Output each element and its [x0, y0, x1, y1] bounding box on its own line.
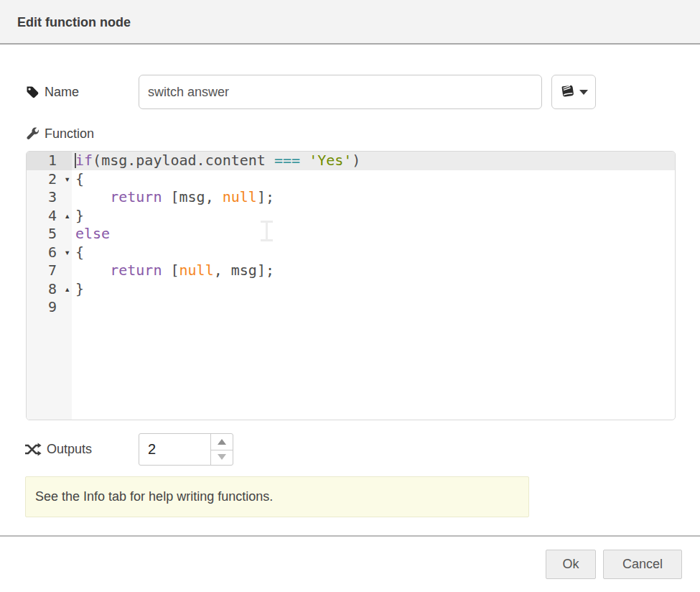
- code-line[interactable]: 6▾{: [27, 244, 675, 262]
- code-line[interactable]: 1if(msg.payload.content === 'Yes'): [27, 152, 675, 170]
- edit-function-node-dialog: Edit function node Name: [0, 0, 700, 592]
- info-tip: See the Info tab for help writing functi…: [25, 476, 529, 517]
- outputs-label-row: Outputs: [24, 433, 92, 466]
- name-label: Name: [45, 85, 79, 100]
- code-editor[interactable]: 1if(msg.payload.content === 'Yes')2▾{3 r…: [26, 151, 676, 420]
- ok-button[interactable]: Ok: [546, 550, 596, 579]
- shuffle-icon: [24, 443, 42, 456]
- editor-lines[interactable]: 1if(msg.payload.content === 'Yes')2▾{3 r…: [27, 152, 675, 317]
- library-dropdown-button[interactable]: [551, 75, 596, 109]
- line-number-cell: 1: [27, 152, 72, 170]
- function-label-row: Function: [26, 124, 94, 144]
- arrow-up-icon: [218, 439, 226, 445]
- wrench-icon: [26, 127, 39, 141]
- tag-icon: [26, 85, 39, 99]
- text-cursor: [75, 153, 76, 168]
- outputs-label: Outputs: [47, 442, 92, 457]
- mouse-ibeam-cursor: [261, 221, 273, 241]
- spinner-up-button[interactable]: [211, 434, 233, 450]
- code-line[interactable]: 5else: [27, 225, 675, 244]
- code-line[interactable]: 2▾{: [27, 170, 675, 189]
- dialog-header: Edit function node: [0, 0, 700, 45]
- fold-open-icon[interactable]: ▾: [65, 244, 70, 262]
- outputs-input[interactable]: [139, 434, 210, 465]
- dialog-title: Edit function node: [17, 0, 131, 45]
- line-number-cell: 2▾: [27, 170, 72, 189]
- line-number-cell: 9: [27, 298, 72, 317]
- code-line[interactable]: 3 return [msg, null];: [27, 188, 675, 207]
- name-input[interactable]: [139, 75, 542, 109]
- spinner-down-button[interactable]: [211, 450, 233, 466]
- caret-down-icon: [579, 90, 588, 95]
- function-label: Function: [45, 126, 94, 142]
- line-number-cell: 3: [27, 188, 72, 207]
- book-icon: [560, 85, 575, 99]
- cancel-button[interactable]: Cancel: [603, 550, 682, 579]
- line-number-cell: 6▾: [27, 244, 72, 262]
- fold-open-icon[interactable]: ▾: [65, 170, 70, 189]
- code-line[interactable]: 9: [27, 298, 675, 317]
- outputs-spinner: [139, 433, 233, 466]
- line-number-cell: 5: [27, 225, 72, 244]
- arrow-down-icon: [218, 454, 226, 460]
- line-number-cell: 4▴: [27, 207, 72, 226]
- spinner-buttons: [210, 434, 233, 465]
- info-tip-text: See the Info tab for help writing functi…: [35, 489, 273, 504]
- fold-close-icon[interactable]: ▴: [65, 280, 70, 299]
- code-line[interactable]: 8▴}: [27, 280, 675, 299]
- line-number-cell: 8▴: [27, 280, 72, 299]
- name-label-row: Name: [26, 75, 79, 109]
- code-line[interactable]: 4▴}: [27, 207, 675, 226]
- footer-divider: [0, 535, 700, 537]
- fold-close-icon[interactable]: ▴: [65, 207, 70, 226]
- code-line[interactable]: 7 return [null, msg];: [27, 262, 675, 280]
- line-number-cell: 7: [27, 262, 72, 280]
